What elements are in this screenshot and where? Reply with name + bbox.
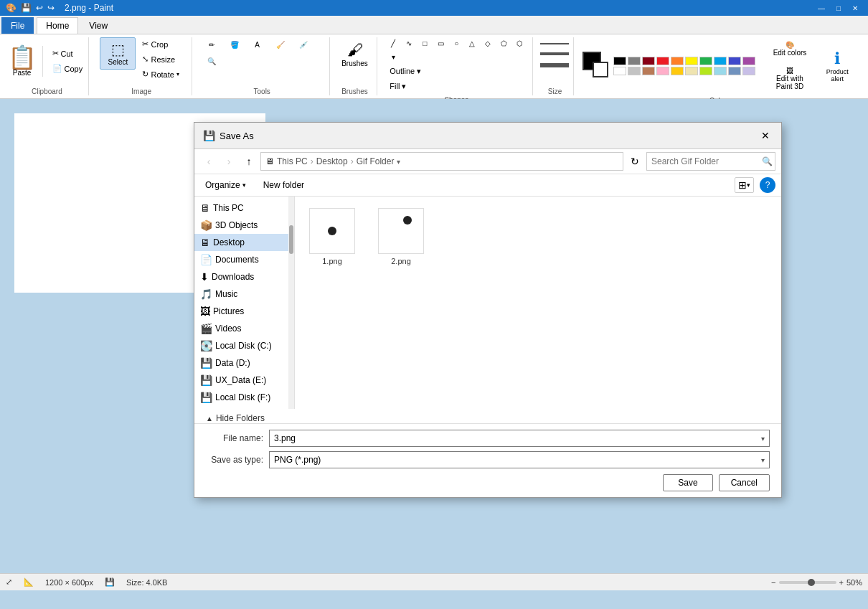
- sidebar-item-label: Data (D:): [215, 358, 250, 368]
- sidebar-item[interactable]: 💾Data (D:): [194, 354, 294, 372]
- new-folder-button[interactable]: New folder: [257, 177, 311, 193]
- nav-path-thispc[interactable]: This PC: [277, 156, 308, 166]
- sidebar-item-label: Downloads: [212, 272, 254, 282]
- sidebar-item-label: 3D Objects: [215, 220, 258, 230]
- save-type-row: Save as type: PNG (*.png) ▾: [206, 451, 770, 468]
- sidebar-item[interactable]: 💾UX_Data (E:): [194, 372, 294, 389]
- save-type-dropdown[interactable]: ▾: [761, 456, 765, 464]
- sidebar-item-label: Desktop: [213, 237, 245, 247]
- sidebar-item-icon: 🖥: [200, 202, 210, 214]
- sidebar-item-icon: 🎵: [200, 288, 212, 300]
- search-icon: 🔍: [762, 156, 773, 166]
- dialog-title-bar: 💾 Save As ✕: [194, 123, 781, 149]
- file-thumbnail: [309, 208, 355, 254]
- sidebar-item[interactable]: 🎵Music: [194, 285, 294, 303]
- nav-path: 🖥 This PC › Desktop › Gif Folder ▾: [260, 152, 623, 171]
- sidebar-item-label: Local Disk (C:): [215, 341, 272, 351]
- view-icon: ⊞: [738, 179, 747, 191]
- sidebar-item[interactable]: 🖥This PC: [194, 199, 294, 217]
- sidebar-item[interactable]: 🖥Desktop: [194, 234, 294, 251]
- view-button[interactable]: ⊞ ▾: [735, 177, 754, 193]
- file-dot: [403, 216, 412, 225]
- organize-dropdown-icon: ▾: [242, 181, 246, 189]
- sidebar-item[interactable]: ⬇Downloads: [194, 268, 294, 285]
- hide-folders-row: ▲ Hide Folders: [194, 409, 781, 423]
- file-name-dropdown[interactable]: ▾: [761, 435, 765, 443]
- file-thumbnail: [378, 208, 424, 254]
- sidebar-item[interactable]: 💾Local Disk (F:): [194, 389, 294, 406]
- nav-forward-button[interactable]: ›: [220, 153, 237, 170]
- sidebar-item[interactable]: 📦3D Objects: [194, 217, 294, 234]
- file-name: 2.png: [391, 257, 411, 265]
- sidebar-item[interactable]: 💽Local Disk (C:): [194, 337, 294, 354]
- file-name: 1.png: [322, 257, 342, 265]
- file-name-label: File name:: [206, 433, 263, 443]
- nav-search: 🔍: [646, 152, 775, 171]
- list-item[interactable]: 1.png: [303, 205, 361, 268]
- nav-refresh-button[interactable]: ↻: [626, 153, 643, 170]
- sidebar-item-icon: ⬇: [200, 271, 209, 283]
- file-list: 1.png 2.png: [295, 197, 781, 409]
- nav-path-folder[interactable]: Gif Folder: [357, 156, 395, 166]
- sidebar-item-icon: 💾: [200, 392, 212, 403]
- nav-path-desktop[interactable]: Desktop: [316, 156, 348, 166]
- sidebar-item[interactable]: 📄Documents: [194, 251, 294, 268]
- sidebar-item-icon: 🖼: [200, 306, 210, 317]
- save-button[interactable]: Save: [663, 474, 712, 491]
- sidebar-item-label: Music: [215, 289, 237, 299]
- sidebar-item-label: Documents: [215, 255, 259, 265]
- dialog-close-button[interactable]: ✕: [758, 128, 773, 143]
- nav-path-dropdown[interactable]: ▾: [397, 158, 400, 166]
- save-type-select[interactable]: PNG (*.png) ▾: [269, 451, 770, 468]
- file-browser: 🖥This PC📦3D Objects🖥Desktop📄Documents⬇Do…: [194, 197, 781, 409]
- sidebar-item-icon: 💽: [200, 340, 212, 351]
- sidebar-scrollbar-thumb: [289, 225, 293, 254]
- cancel-button[interactable]: Cancel: [719, 474, 770, 491]
- dialog-overlay: 💾 Save As ✕ ‹ › ↑ 🖥 This PC › Desktop › …: [0, 0, 868, 609]
- file-dot: [328, 227, 336, 235]
- sidebar-item-icon: 💾: [200, 357, 212, 369]
- sidebar-item-icon: 🎬: [200, 323, 212, 334]
- dialog-icon: 💾: [203, 130, 215, 141]
- form-actions: Save Cancel: [206, 474, 770, 491]
- nav-path-icon: 🖥: [265, 156, 274, 166]
- sidebar-item-label: Videos: [215, 324, 241, 334]
- save-type-value: PNG (*.png): [274, 455, 321, 465]
- file-toolbar: Organize ▾ New folder ⊞ ▾ ?: [194, 174, 781, 197]
- list-item[interactable]: 2.png: [372, 205, 430, 268]
- sidebar-item-icon: 🖥: [200, 237, 210, 248]
- hide-folders-icon: ▲: [206, 415, 213, 422]
- sidebar-item-label: UX_Data (E:): [215, 375, 266, 385]
- file-name-value: 3.png: [274, 433, 296, 443]
- nav-back-button[interactable]: ‹: [200, 153, 217, 170]
- view-dropdown-icon: ▾: [747, 181, 750, 189]
- file-name-row: File name: 3.png ▾: [206, 430, 770, 447]
- nav-up-button[interactable]: ↑: [240, 153, 258, 170]
- search-input[interactable]: [651, 156, 759, 166]
- help-button[interactable]: ?: [760, 177, 775, 193]
- save-as-dialog: 💾 Save As ✕ ‹ › ↑ 🖥 This PC › Desktop › …: [194, 122, 782, 498]
- sidebar-item-label: Local Disk (F:): [215, 392, 270, 402]
- sidebar-item[interactable]: 🖼Pictures: [194, 303, 294, 320]
- file-name-input[interactable]: 3.png ▾: [269, 430, 770, 447]
- sidebar-item-label: Pictures: [213, 306, 244, 316]
- sidebar-item-icon: 💾: [200, 374, 212, 386]
- dialog-nav-bar: ‹ › ↑ 🖥 This PC › Desktop › Gif Folder ▾…: [194, 149, 781, 174]
- file-form: File name: 3.png ▾ Save as type: PNG (*.…: [194, 423, 781, 497]
- sidebar: 🖥This PC📦3D Objects🖥Desktop📄Documents⬇Do…: [194, 197, 295, 409]
- sidebar-item[interactable]: 🎬Videos: [194, 320, 294, 337]
- organize-button[interactable]: Organize ▾: [200, 177, 251, 193]
- save-type-label: Save as type:: [206, 455, 263, 465]
- sidebar-scrollbar[interactable]: [288, 197, 294, 409]
- sidebar-item-icon: 📦: [200, 219, 212, 231]
- sidebar-item-icon: 📄: [200, 254, 212, 265]
- dialog-title: Save As: [220, 131, 754, 141]
- sidebar-item-label: This PC: [213, 203, 244, 213]
- hide-folders-button[interactable]: ▲ Hide Folders: [206, 413, 265, 423]
- hide-folders-label: Hide Folders: [216, 413, 265, 423]
